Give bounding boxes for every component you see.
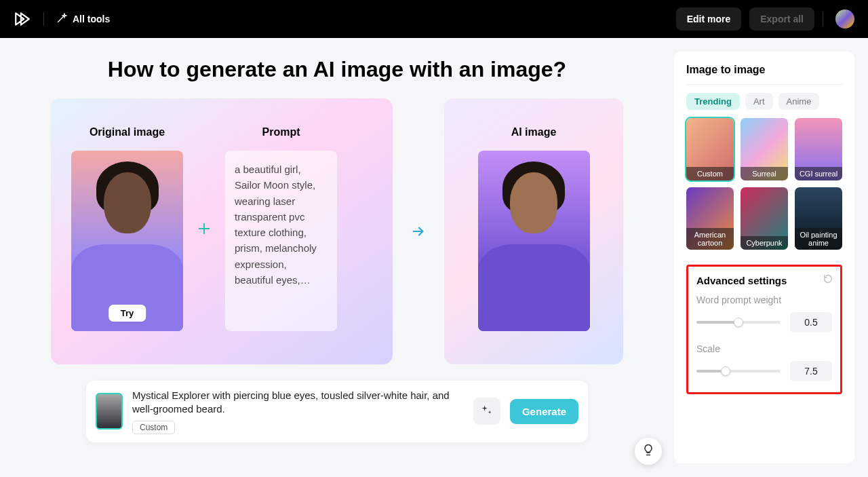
style-cgi-surreal[interactable]: CGI surreal: [795, 118, 842, 180]
content-area: How to generate an AI image with an imag…: [0, 38, 674, 477]
tab-art[interactable]: Art: [745, 93, 773, 110]
reset-icon: [823, 275, 833, 286]
divider: [43, 12, 44, 26]
scale-slider[interactable]: [696, 370, 781, 373]
tab-trending[interactable]: Trending: [686, 93, 740, 110]
arrow-right-icon: [405, 98, 432, 364]
help-button[interactable]: [635, 438, 662, 465]
example-row: Original image Try Prompt a beautiful gi…: [20, 98, 654, 364]
original-col: Original image Try: [71, 126, 183, 331]
style-chip[interactable]: Custom: [132, 421, 175, 434]
lightbulb-icon: [642, 443, 655, 459]
example-card-input: Original image Try Prompt a beautiful gi…: [51, 98, 393, 364]
word-weight-slider[interactable]: [696, 321, 781, 324]
generate-button[interactable]: Generate: [510, 399, 578, 424]
try-button[interactable]: Try: [108, 305, 146, 322]
edit-more-button[interactable]: Edit more: [676, 7, 742, 31]
prompt-label: Prompt: [262, 126, 300, 138]
style-oil-painting-anime[interactable]: Oil painting anime: [795, 187, 842, 250]
word-weight-label: Word prompt weight: [696, 294, 832, 305]
ai-label: AI image: [511, 126, 557, 138]
advanced-settings-block: Advanced settings Word prompt weight 0.5…: [686, 265, 842, 394]
word-weight-row: 0.5: [696, 312, 832, 332]
prompt-thumbnail[interactable]: [96, 393, 123, 430]
all-tools-label: All tools: [73, 14, 110, 24]
reset-button[interactable]: [823, 273, 833, 287]
advanced-settings-title: Advanced settings: [696, 275, 832, 286]
ai-col: AI image: [478, 126, 590, 331]
word-weight-value[interactable]: 0.5: [790, 312, 832, 332]
prompt-text-col: Mystical Explorer with piercing blue eye…: [132, 389, 464, 434]
style-cyberpunk[interactable]: Cyberpunk: [741, 187, 788, 250]
example-prompt-text: a beautiful girl, Sailor Moon style, wea…: [225, 151, 337, 331]
header-right: Edit more Export all: [676, 7, 854, 31]
all-tools-button[interactable]: All tools: [56, 13, 110, 26]
app-header: All tools Edit more Export all: [0, 0, 868, 38]
page-title: How to generate an AI image with an imag…: [20, 57, 654, 82]
example-card-output: AI image: [444, 98, 623, 364]
tab-anime[interactable]: Anime: [778, 93, 820, 110]
plus-icon: [195, 221, 213, 236]
header-left: All tools: [14, 10, 110, 28]
style-custom[interactable]: Custom: [686, 118, 734, 180]
style-american-cartoon[interactable]: American cartoon: [686, 187, 734, 250]
enhance-button[interactable]: [473, 398, 500, 425]
scale-value[interactable]: 7.5: [790, 361, 832, 381]
style-grid: Custom Surreal CGI surreal American cart…: [686, 118, 842, 250]
original-image: Try: [71, 151, 183, 331]
app-logo-icon[interactable]: [14, 10, 31, 28]
export-all-button: Export all: [749, 7, 814, 31]
divider: [823, 12, 823, 26]
side-panel: Image to image Trending Art Anime Custom…: [674, 52, 854, 463]
side-panel-title: Image to image: [686, 64, 842, 76]
original-label: Original image: [90, 126, 165, 138]
scale-row: 7.5: [696, 361, 832, 381]
ai-image: [478, 151, 590, 331]
prompt-text[interactable]: Mystical Explorer with piercing blue eye…: [132, 389, 464, 417]
prompt-col: Prompt a beautiful girl, Sailor Moon sty…: [225, 126, 337, 331]
style-surreal[interactable]: Surreal: [741, 118, 788, 180]
main-area: How to generate an AI image with an imag…: [0, 38, 868, 477]
style-tabs: Trending Art Anime: [686, 93, 842, 110]
magic-wand-icon: [56, 13, 67, 26]
prompt-bar: Mystical Explorer with piercing blue eye…: [86, 381, 588, 442]
scale-label: Scale: [696, 343, 832, 354]
divider: [686, 84, 842, 85]
user-avatar[interactable]: [835, 9, 854, 28]
sparkle-icon: [480, 404, 494, 419]
